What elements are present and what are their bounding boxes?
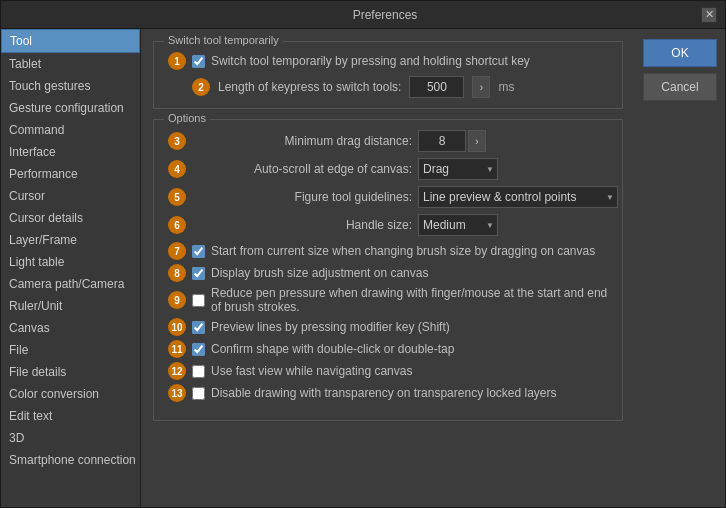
sidebar-item-tablet[interactable]: Tablet	[1, 53, 140, 75]
handle-size-label: Handle size:	[192, 218, 412, 232]
option-row-6: 6 Handle size: Medium Small Large	[168, 214, 608, 236]
option-row-3: 3 Minimum drag distance: ›	[168, 130, 608, 152]
main-panel: Switch tool temporarily 1 Switch tool te…	[141, 29, 635, 507]
item12-label: Use fast view while navigating canvas	[211, 364, 412, 378]
figure-guidelines-select-wrap: Line preview & control points None Line …	[418, 186, 618, 208]
sidebar-item-interface[interactable]: Interface	[1, 141, 140, 163]
options-section: Options 3 Minimum drag distance: › 4 Aut…	[153, 119, 623, 421]
badge-11: 11	[168, 340, 186, 358]
sidebar-item-canvas[interactable]: Canvas	[1, 317, 140, 339]
item7-label: Start from current size when changing br…	[211, 244, 595, 258]
keypress-row: 2 Length of keypress to switch tools: › …	[192, 76, 608, 98]
option-row-8: 8 Display brush size adjustment on canva…	[168, 264, 608, 282]
sidebar-item-performance[interactable]: Performance	[1, 163, 140, 185]
keypress-label: Length of keypress to switch tools:	[218, 80, 401, 94]
item11-label: Confirm shape with double-click or doubl…	[211, 342, 454, 356]
sidebar-item-edit-text[interactable]: Edit text	[1, 405, 140, 427]
badge-5: 5	[168, 188, 186, 206]
item8-label: Display brush size adjustment on canvas	[211, 266, 428, 280]
badge-9: 9	[168, 291, 186, 309]
option-row-4: 4 Auto-scroll at edge of canvas: Drag No…	[168, 158, 608, 180]
switch-tool-row1: 1 Switch tool temporarily by pressing an…	[168, 52, 608, 70]
handle-size-select-wrap: Medium Small Large	[418, 214, 498, 236]
autoscroll-label: Auto-scroll at edge of canvas:	[192, 162, 412, 176]
badge-3: 3	[168, 132, 186, 150]
sidebar-item-3d[interactable]: 3D	[1, 427, 140, 449]
dialog-title: Preferences	[69, 8, 701, 22]
badge-2: 2	[192, 78, 210, 96]
keypress-unit: ms	[498, 80, 514, 94]
keypress-increment-btn[interactable]: ›	[472, 76, 490, 98]
switch-tool-section: Switch tool temporarily 1 Switch tool te…	[153, 41, 623, 109]
badge-8: 8	[168, 264, 186, 282]
item9-checkbox[interactable]	[192, 294, 205, 307]
sidebar-item-smartphone-connection[interactable]: Smartphone connection	[1, 449, 140, 471]
sidebar-item-touch-gestures[interactable]: Touch gestures	[1, 75, 140, 97]
sidebar-item-command[interactable]: Command	[1, 119, 140, 141]
preferences-dialog: Preferences ✕ ToolTabletTouch gesturesGe…	[0, 0, 726, 508]
badge-4: 4	[168, 160, 186, 178]
option-row-9: 9 Reduce pen pressure when drawing with …	[168, 286, 608, 314]
badge-7: 7	[168, 242, 186, 260]
badge-13: 13	[168, 384, 186, 402]
option-row-7: 7 Start from current size when changing …	[168, 242, 608, 260]
item10-checkbox[interactable]	[192, 321, 205, 334]
autoscroll-select-wrap: Drag None Auto	[418, 158, 498, 180]
switch-tool-checkbox[interactable]	[192, 55, 205, 68]
switch-tool-label: Switch tool temporarily by pressing and …	[211, 54, 530, 68]
badge-1: 1	[168, 52, 186, 70]
item8-checkbox[interactable]	[192, 267, 205, 280]
buttons-panel: OK Cancel	[635, 29, 725, 507]
item7-checkbox[interactable]	[192, 245, 205, 258]
sidebar-item-layer-frame[interactable]: Layer/Frame	[1, 229, 140, 251]
options-section-title: Options	[164, 112, 210, 124]
close-button[interactable]: ✕	[701, 7, 717, 23]
option-row-12: 12 Use fast view while navigating canvas	[168, 362, 608, 380]
badge-12: 12	[168, 362, 186, 380]
sidebar-item-tool[interactable]: Tool	[1, 29, 140, 53]
figure-guidelines-select[interactable]: Line preview & control points None Line …	[418, 186, 618, 208]
sidebar-item-ruler-unit[interactable]: Ruler/Unit	[1, 295, 140, 317]
item12-checkbox[interactable]	[192, 365, 205, 378]
sidebar-item-camera-path-camera[interactable]: Camera path/Camera	[1, 273, 140, 295]
item13-checkbox[interactable]	[192, 387, 205, 400]
sidebar-item-light-table[interactable]: Light table	[1, 251, 140, 273]
autoscroll-select[interactable]: Drag None Auto	[418, 158, 498, 180]
titlebar: Preferences ✕	[1, 1, 725, 29]
badge-10: 10	[168, 318, 186, 336]
cancel-button[interactable]: Cancel	[643, 73, 717, 101]
option-row-10: 10 Preview lines by pressing modifier ke…	[168, 318, 608, 336]
handle-size-select[interactable]: Medium Small Large	[418, 214, 498, 236]
sidebar-item-file[interactable]: File	[1, 339, 140, 361]
option-row-11: 11 Confirm shape with double-click or do…	[168, 340, 608, 358]
min-drag-input[interactable]	[418, 130, 466, 152]
figure-guidelines-label: Figure tool guidelines:	[192, 190, 412, 204]
sidebar: ToolTabletTouch gesturesGesture configur…	[1, 29, 141, 507]
badge-6: 6	[168, 216, 186, 234]
min-drag-label: Minimum drag distance:	[192, 134, 412, 148]
ok-button[interactable]: OK	[643, 39, 717, 67]
item11-checkbox[interactable]	[192, 343, 205, 356]
item10-label: Preview lines by pressing modifier key (…	[211, 320, 450, 334]
sidebar-item-gesture-configuration[interactable]: Gesture configuration	[1, 97, 140, 119]
min-drag-value-wrap: ›	[418, 130, 486, 152]
min-drag-increment-btn[interactable]: ›	[468, 130, 486, 152]
item13-label: Disable drawing with transparency on tra…	[211, 386, 557, 400]
sidebar-item-cursor[interactable]: Cursor	[1, 185, 140, 207]
option-row-5: 5 Figure tool guidelines: Line preview &…	[168, 186, 608, 208]
item9-label: Reduce pen pressure when drawing with fi…	[211, 286, 608, 314]
dialog-content: ToolTabletTouch gesturesGesture configur…	[1, 29, 725, 507]
sidebar-item-file-details[interactable]: File details	[1, 361, 140, 383]
option-row-13: 13 Disable drawing with transparency on …	[168, 384, 608, 402]
keypress-value-input[interactable]	[409, 76, 464, 98]
sidebar-item-cursor-details[interactable]: Cursor details	[1, 207, 140, 229]
switch-tool-section-title: Switch tool temporarily	[164, 34, 283, 46]
sidebar-item-color-conversion[interactable]: Color conversion	[1, 383, 140, 405]
